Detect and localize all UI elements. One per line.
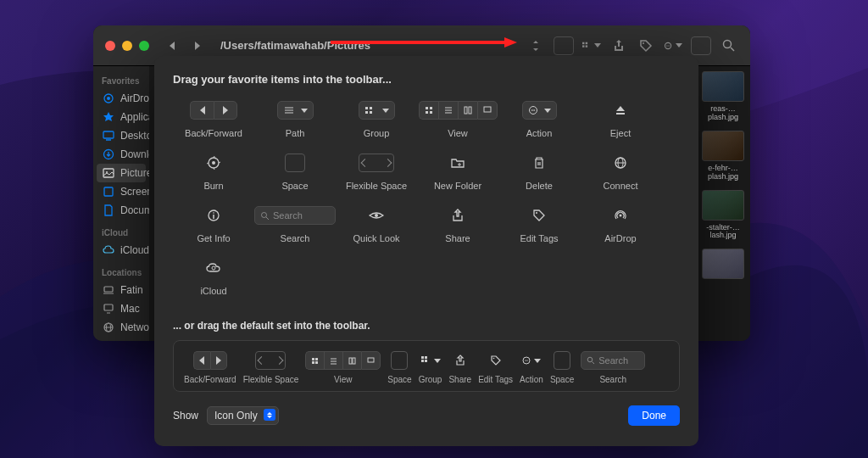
tool-path[interactable]: Path: [254, 99, 336, 152]
tool-search[interactable]: SearchSearch: [254, 204, 336, 257]
window-controls: [105, 41, 149, 51]
tool-back-forward[interactable]: Back/Forward: [173, 99, 254, 152]
tags-button-toolbar[interactable]: [637, 36, 655, 55]
path-label[interactable]: /Users/fatimawahab/Pictures: [220, 39, 370, 52]
svg-rect-38: [430, 111, 432, 114]
tool-label: Group: [364, 128, 390, 138]
customize-toolbar-sheet: Drag your favorite items into the toolba…: [154, 56, 698, 446]
tool-edit-tags[interactable]: Edit Tags: [498, 204, 580, 257]
svg-point-77: [492, 358, 494, 360]
sidebar-item-label: AirDrop: [120, 92, 149, 104]
sidebar-item-network[interactable]: Network: [93, 318, 149, 337]
svg-rect-65: [312, 361, 314, 364]
maximize-window-button[interactable]: [139, 41, 149, 51]
done-button[interactable]: Done: [628, 405, 680, 426]
sidebar-header-favorites: Favorites: [93, 73, 149, 89]
file-thumbnail[interactable]: [702, 71, 744, 102]
tool-airdrop[interactable]: AirDrop: [580, 204, 661, 257]
downloads-icon: [102, 148, 115, 161]
view-icon: [419, 99, 498, 121]
tool-icloud[interactable]: iCloud: [173, 257, 254, 310]
file-name: e-fehr-…plash.jpg: [699, 165, 747, 182]
tool-quick-look[interactable]: Quick Look: [336, 204, 417, 257]
sheet-footer: Show Icon Only Done: [173, 405, 680, 426]
ds-label: Space: [550, 375, 574, 384]
toolbar-space-slot-2: [691, 36, 711, 55]
svg-rect-33: [365, 111, 368, 114]
svg-point-82: [587, 357, 593, 362]
group-icon: [359, 99, 395, 121]
svg-rect-64: [315, 358, 318, 360]
group-items-button[interactable]: [582, 36, 601, 55]
tool-get-info[interactable]: Get Info: [173, 204, 254, 257]
tool-label: Action: [526, 128, 553, 138]
sidebar-item-mac[interactable]: Mac: [93, 299, 149, 318]
tool-burn[interactable]: Burn: [173, 152, 254, 204]
airdrop-tool-icon: [614, 204, 627, 226]
tool-new-folder[interactable]: New Folder: [417, 152, 498, 204]
tool-group[interactable]: Group: [336, 99, 417, 152]
sidebar-item-icloud[interactable]: iCloud Drive: [93, 241, 149, 260]
ds-label: Back/Forward: [184, 375, 236, 384]
edit-tags-icon: [490, 351, 502, 370]
svg-rect-76: [425, 360, 427, 362]
sidebar-item-screenshots[interactable]: Screenshots: [93, 182, 149, 201]
svg-rect-44: [484, 107, 491, 112]
search-field-icon: Search: [254, 204, 336, 226]
svg-point-7: [667, 45, 668, 46]
close-window-button[interactable]: [105, 41, 115, 51]
svg-point-8: [669, 45, 670, 46]
svg-line-10: [731, 47, 734, 51]
path-dropdown-caret[interactable]: [526, 36, 545, 55]
minimize-window-button[interactable]: [122, 41, 132, 51]
tool-label: Search: [281, 233, 310, 243]
tool-connect[interactable]: Connect: [580, 152, 661, 204]
ds-label: View: [334, 375, 353, 384]
svg-rect-71: [353, 358, 355, 364]
sidebar-item-desktop[interactable]: Desktop: [93, 126, 149, 145]
back-button[interactable]: [163, 36, 181, 55]
tool-flexible-space[interactable]: Flexible Space: [336, 152, 417, 204]
tool-action[interactable]: Action: [498, 99, 580, 152]
sidebar-item-pictures[interactable]: Pictures: [97, 164, 146, 182]
get-info-icon: [207, 204, 220, 226]
file-thumbnail[interactable]: [702, 249, 744, 279]
file-thumbnail[interactable]: [702, 131, 744, 161]
forward-button[interactable]: [188, 36, 207, 55]
icloud-tool-icon: [206, 257, 221, 279]
edit-tags-icon: [532, 204, 546, 226]
svg-point-55: [213, 212, 214, 214]
file-name: reas-…plash.jpg: [699, 105, 747, 122]
sidebar-item-airdrop[interactable]: AirDrop: [93, 89, 149, 108]
sidebar-item-applications[interactable]: Applications: [93, 108, 149, 126]
ds-label: Search: [599, 375, 626, 384]
default-toolbar-set[interactable]: Back/Forward Flexible Space View Space G…: [173, 340, 680, 392]
search-button-toolbar[interactable]: [720, 36, 738, 55]
tool-eject[interactable]: Eject: [580, 99, 661, 152]
tool-view[interactable]: View: [417, 99, 498, 152]
eject-icon: [615, 99, 626, 121]
file-thumbnail[interactable]: [702, 190, 744, 221]
svg-line-58: [266, 217, 269, 220]
sidebar-item-fatin[interactable]: Fatin: [93, 281, 149, 299]
tool-label: Path: [286, 128, 305, 138]
tool-delete[interactable]: Delete: [498, 152, 580, 204]
sidebar-item-label: Pictures: [120, 167, 149, 179]
share-button-toolbar[interactable]: [609, 36, 628, 55]
tool-space[interactable]: Space: [254, 152, 336, 204]
tool-share[interactable]: Share: [417, 204, 498, 257]
svg-rect-32: [370, 107, 372, 109]
svg-rect-43: [469, 107, 471, 114]
airdrop-icon: [102, 92, 115, 105]
sidebar-item-documents[interactable]: Documents: [93, 201, 149, 220]
action-button-toolbar[interactable]: [664, 36, 682, 55]
ds-label: Group: [419, 375, 442, 384]
quick-look-icon: [369, 204, 384, 226]
sidebar-item-label: Network: [120, 321, 149, 333]
svg-rect-2: [582, 45, 584, 47]
sidebar-item-downloads[interactable]: Downloads: [93, 145, 149, 164]
svg-line-83: [593, 362, 595, 365]
file-name: -stalter-…lash.jpg: [699, 224, 747, 241]
connect-icon: [614, 152, 627, 174]
sidebar-item-label: Desktop: [120, 130, 149, 142]
